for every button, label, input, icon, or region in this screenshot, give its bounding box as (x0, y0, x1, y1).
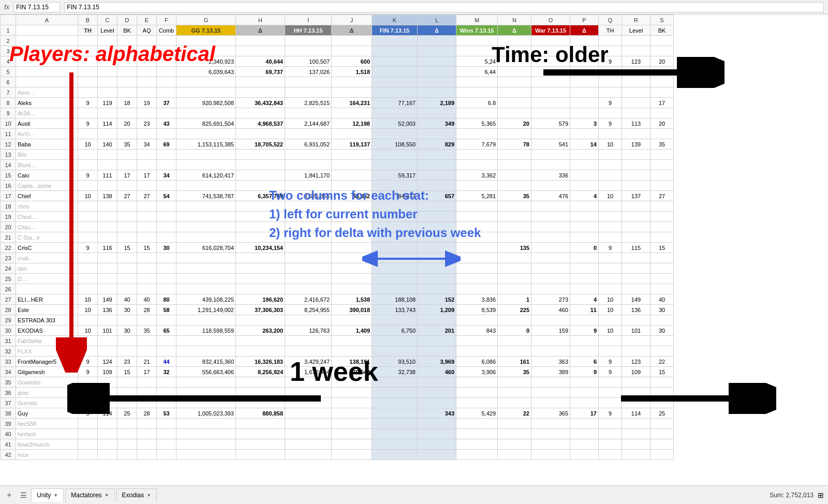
cell-G41[interactable] (176, 439, 236, 450)
cell-L9[interactable] (418, 108, 456, 118)
cell-S24[interactable] (650, 263, 674, 274)
cell-K14[interactable] (372, 160, 418, 170)
cell-H12[interactable]: 18,705,522 (236, 139, 285, 150)
cell-C9[interactable] (98, 108, 117, 118)
cell-G24[interactable] (176, 263, 236, 274)
cell-F24[interactable] (157, 263, 176, 274)
cell-R9[interactable] (622, 108, 650, 118)
cell-E19[interactable] (137, 212, 157, 222)
cell-S21[interactable] (650, 232, 674, 243)
cell-D9[interactable] (117, 108, 137, 118)
cell-M28[interactable]: 8,539 (456, 305, 498, 315)
cell-S33[interactable]: 22 (650, 357, 674, 367)
cell-P27[interactable]: 4 (570, 294, 599, 305)
cell-R23[interactable] (622, 253, 650, 263)
cell-J26[interactable] (332, 284, 372, 294)
cell-O18[interactable] (531, 201, 570, 212)
cell-Q28[interactable]: 10 (599, 305, 622, 315)
cell-D16[interactable] (117, 181, 137, 191)
cell-Q37[interactable] (599, 398, 622, 408)
cell-E32[interactable] (137, 346, 157, 357)
cell-G19[interactable] (176, 212, 236, 222)
cell-C8[interactable]: 119 (98, 98, 117, 108)
cell-H22[interactable]: 10,234,154 (236, 243, 285, 253)
cell-O29[interactable] (531, 315, 570, 325)
cell-K28[interactable]: 133,743 (372, 305, 418, 315)
cell-P29[interactable] (570, 315, 599, 325)
cell-I39[interactable] (285, 419, 332, 429)
tab-mactatores-dropdown-icon[interactable]: ▼ (105, 493, 109, 498)
cell-R41[interactable] (622, 439, 650, 450)
cell-S22[interactable]: 15 (650, 243, 674, 253)
cell-D39[interactable] (117, 419, 137, 429)
cell-H39[interactable] (236, 419, 285, 429)
cell-K3[interactable] (372, 46, 418, 56)
cell-M14[interactable] (456, 160, 498, 170)
cell-O15[interactable]: 336 (531, 170, 570, 181)
cell-E30[interactable]: 35 (137, 325, 157, 336)
cell-Q9[interactable] (599, 108, 622, 118)
cell-O36[interactable] (531, 388, 570, 398)
cell-C12[interactable]: 140 (98, 139, 117, 150)
cell-L33[interactable]: 3,969 (418, 357, 456, 367)
cell-F19[interactable] (157, 212, 176, 222)
cell-Q21[interactable] (599, 232, 622, 243)
cell-D26[interactable] (117, 284, 137, 294)
cell-R31[interactable] (622, 336, 650, 346)
cell-M7[interactable] (456, 87, 498, 98)
cell-F26[interactable] (157, 284, 176, 294)
cell-F40[interactable] (157, 429, 176, 439)
cell-L38[interactable]: 343 (418, 408, 456, 419)
cell-P28[interactable]: 11 (570, 305, 599, 315)
cell-H40[interactable] (236, 429, 285, 439)
cell-S31[interactable] (650, 336, 674, 346)
cell-I12[interactable]: 6,931,052 (285, 139, 332, 150)
cell-M32[interactable] (456, 346, 498, 357)
cell-O19[interactable] (531, 212, 570, 222)
cell-N14[interactable] (498, 160, 531, 170)
cell-D3[interactable] (117, 46, 137, 56)
cell-L34[interactable]: 460 (418, 367, 456, 377)
cell-F33[interactable]: 44 (157, 357, 176, 367)
cell-O35[interactable] (531, 377, 570, 388)
cell-D13[interactable] (117, 150, 137, 160)
cell-S41[interactable] (650, 439, 674, 450)
cell-F7[interactable] (157, 87, 176, 98)
cell-I31[interactable] (285, 336, 332, 346)
cell-L32[interactable] (418, 346, 456, 357)
cell-R2[interactable] (622, 36, 650, 46)
cell-A4[interactable] (16, 56, 78, 67)
cell-R20[interactable] (622, 222, 650, 232)
cell-E3[interactable] (137, 46, 157, 56)
cell-O20[interactable] (531, 222, 570, 232)
cell-N19[interactable] (498, 212, 531, 222)
cell-E31[interactable] (137, 336, 157, 346)
cell-H27[interactable]: 196,620 (236, 294, 285, 305)
cell-F16[interactable] (157, 181, 176, 191)
cell-D34[interactable]: 15 (117, 367, 137, 377)
cell-J25[interactable] (332, 274, 372, 284)
cell-F15[interactable]: 34 (157, 170, 176, 181)
cell-P35[interactable] (570, 377, 599, 388)
cell-O22[interactable] (531, 243, 570, 253)
cell-R42[interactable] (622, 450, 650, 460)
cell-E33[interactable]: 21 (137, 357, 157, 367)
cell-J40[interactable] (332, 429, 372, 439)
cell-N37[interactable] (498, 398, 531, 408)
cell-C17[interactable]: 138 (98, 191, 117, 201)
cell-H3[interactable] (236, 46, 285, 56)
cell-N29[interactable] (498, 315, 531, 325)
cell-N11[interactable] (498, 129, 531, 139)
cell-H23[interactable] (236, 253, 285, 263)
cell-O30[interactable]: 159 (531, 325, 570, 336)
cell-I11[interactable] (285, 129, 332, 139)
col-header-R[interactable]: R (622, 15, 650, 25)
col-header-J[interactable]: J (332, 15, 372, 25)
cell-D23[interactable] (117, 253, 137, 263)
cell-D32[interactable] (117, 346, 137, 357)
col-header-O[interactable]: O (531, 15, 570, 25)
cell-D12[interactable]: 35 (117, 139, 137, 150)
cell-L7[interactable] (418, 87, 456, 98)
cell-D40[interactable] (117, 429, 137, 439)
cell-O40[interactable] (531, 429, 570, 439)
